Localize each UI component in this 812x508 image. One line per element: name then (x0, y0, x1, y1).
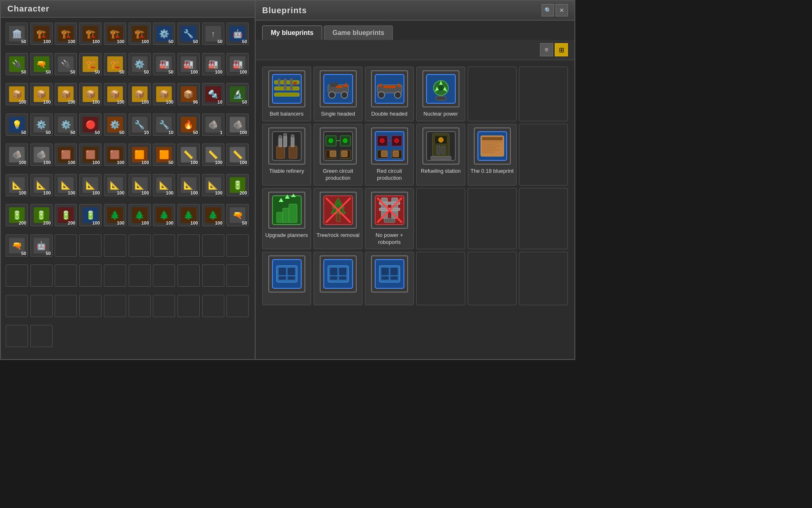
inventory-slot-1[interactable]: 🏗️100 (30, 23, 53, 45)
inventory-slot-79[interactable] (226, 234, 249, 257)
inventory-slot-9[interactable]: 🤖50 (226, 23, 249, 45)
inventory-slot-86[interactable] (153, 264, 175, 287)
blueprint-item-18[interactable] (262, 252, 311, 305)
inventory-slot-40[interactable]: 🪨100 (6, 144, 28, 166)
inventory-slot-3[interactable]: 🏗️100 (79, 23, 102, 45)
inventory-slot-31[interactable]: ⚙️50 (30, 114, 53, 136)
inventory-slot-26[interactable]: 📦100 (153, 83, 175, 105)
inventory-slot-44[interactable]: 🟫100 (104, 144, 126, 166)
inventory-slot-101[interactable] (30, 325, 53, 347)
blueprint-item-1[interactable]: Single headed (314, 67, 362, 121)
list-view-button[interactable]: ≡ (540, 43, 553, 56)
inventory-slot-73[interactable] (79, 234, 102, 257)
inventory-slot-90[interactable] (6, 295, 28, 317)
blueprint-item-12[interactable]: Upgrade planners (262, 188, 311, 250)
inventory-slot-51[interactable]: 📐100 (30, 174, 53, 196)
tab-my-blueprints[interactable]: My blueprints (262, 26, 322, 40)
inventory-slot-82[interactable] (55, 264, 77, 287)
inventory-slot-88[interactable] (202, 264, 224, 287)
inventory-slot-52[interactable]: 📐100 (55, 174, 77, 196)
inventory-slot-60[interactable]: 🔋200 (6, 204, 28, 226)
inventory-slot-43[interactable]: 🟫100 (79, 144, 102, 166)
inventory-slot-46[interactable]: 🟧50 (153, 144, 175, 166)
blueprint-item-20[interactable] (365, 252, 414, 305)
blueprint-item-9[interactable]: Refueling station (416, 124, 465, 186)
inventory-slot-17[interactable]: 🏭100 (178, 53, 200, 75)
grid-view-button[interactable]: ⊞ (555, 43, 568, 56)
inventory-slot-93[interactable] (79, 295, 102, 317)
inventory-slot-92[interactable] (55, 295, 77, 317)
inventory-slot-53[interactable]: 📐100 (79, 174, 102, 196)
inventory-slot-96[interactable] (153, 295, 175, 317)
inventory-slot-38[interactable]: 🪨1 (202, 114, 224, 136)
inventory-slot-69[interactable]: 🔫50 (226, 204, 249, 226)
inventory-slot-11[interactable]: 🔫50 (30, 53, 53, 75)
inventory-slot-37[interactable]: 🔥50 (178, 114, 200, 136)
inventory-slot-72[interactable] (55, 234, 77, 257)
inventory-slot-55[interactable]: 📐100 (129, 174, 151, 196)
inventory-slot-6[interactable]: ⚙️50 (153, 23, 175, 45)
blueprint-item-13[interactable]: Tree/rock removal (314, 188, 362, 250)
inventory-slot-36[interactable]: 🔧10 (153, 114, 175, 136)
inventory-slot-94[interactable] (104, 295, 126, 317)
inventory-slot-83[interactable] (79, 264, 102, 287)
inventory-slot-50[interactable]: 📐100 (6, 174, 28, 196)
inventory-slot-32[interactable]: ⚙️50 (55, 114, 77, 136)
inventory-slot-64[interactable]: 🌲100 (104, 204, 126, 226)
inventory-slot-74[interactable] (104, 234, 126, 257)
inventory-slot-85[interactable] (129, 264, 151, 287)
inventory-slot-66[interactable]: 🌲100 (153, 204, 175, 226)
inventory-slot-65[interactable]: 🌲100 (129, 204, 151, 226)
inventory-slot-78[interactable] (202, 234, 224, 257)
blueprint-item-10[interactable]: The 0.18 blueprint (468, 124, 517, 186)
inventory-slot-34[interactable]: ⚙️50 (104, 114, 126, 136)
inventory-slot-41[interactable]: 🪨100 (30, 144, 53, 166)
inventory-slot-28[interactable]: 🔩10 (202, 83, 224, 105)
inventory-slot-7[interactable]: 🔧50 (178, 23, 200, 45)
blueprint-item-7[interactable]: Green circuit production (314, 124, 362, 186)
inventory-slot-33[interactable]: 🔴50 (79, 114, 102, 136)
inventory-slot-35[interactable]: 🔧10 (129, 114, 151, 136)
inventory-slot-42[interactable]: 🟫100 (55, 144, 77, 166)
inventory-slot-87[interactable] (178, 264, 200, 287)
inventory-slot-80[interactable] (6, 264, 28, 287)
inventory-slot-62[interactable]: 🔋200 (55, 204, 77, 226)
inventory-slot-84[interactable] (104, 264, 126, 287)
blueprint-item-0[interactable]: Belt balancers (262, 67, 311, 121)
inventory-slot-16[interactable]: 🏭50 (153, 53, 175, 75)
inventory-slot-29[interactable]: 🔬50 (226, 83, 249, 105)
inventory-slot-5[interactable]: 🏗️100 (129, 23, 151, 45)
inventory-slot-70[interactable]: 🔫50 (6, 234, 28, 257)
blueprint-item-14[interactable]: No power + roboports (365, 188, 414, 250)
inventory-slot-56[interactable]: 📐100 (153, 174, 175, 196)
inventory-slot-49[interactable]: 📏100 (226, 144, 249, 166)
inventory-slot-100[interactable] (6, 325, 28, 347)
blueprint-item-6[interactable]: Tilable refinery (262, 124, 311, 186)
inventory-slot-20[interactable]: 📦100 (6, 83, 28, 105)
inventory-slot-12[interactable]: 🔌50 (55, 53, 77, 75)
inventory-slot-89[interactable] (226, 264, 249, 287)
inventory-slot-57[interactable]: 📐100 (178, 174, 200, 196)
inventory-slot-91[interactable] (30, 295, 53, 317)
inventory-slot-15[interactable]: ⚙️50 (129, 53, 151, 75)
blueprint-item-8[interactable]: Red circuit production (365, 124, 414, 186)
inventory-slot-95[interactable] (129, 295, 151, 317)
inventory-slot-98[interactable] (202, 295, 224, 317)
inventory-slot-2[interactable]: 🏗️100 (55, 23, 77, 45)
inventory-slot-30[interactable]: 💡50 (6, 114, 28, 136)
inventory-slot-71[interactable]: 🤖50 (30, 234, 53, 257)
inventory-slot-97[interactable] (178, 295, 200, 317)
inventory-slot-24[interactable]: 📦100 (104, 83, 126, 105)
inventory-slot-67[interactable]: 🌲100 (178, 204, 200, 226)
inventory-slot-59[interactable]: 🔋200 (226, 174, 249, 196)
inventory-slot-99[interactable] (226, 295, 249, 317)
inventory-slot-47[interactable]: 📏100 (178, 144, 200, 166)
inventory-slot-13[interactable]: 🏗️50 (79, 53, 102, 75)
tab-game-blueprints[interactable]: Game blueprints (324, 26, 393, 40)
search-button[interactable]: 🔍 (542, 4, 554, 16)
inventory-slot-22[interactable]: 📦100 (55, 83, 77, 105)
inventory-slot-68[interactable]: 🌲100 (202, 204, 224, 226)
inventory-slot-77[interactable] (178, 234, 200, 257)
inventory-slot-19[interactable]: 🏭100 (226, 53, 249, 75)
blueprint-item-19[interactable] (314, 252, 362, 305)
